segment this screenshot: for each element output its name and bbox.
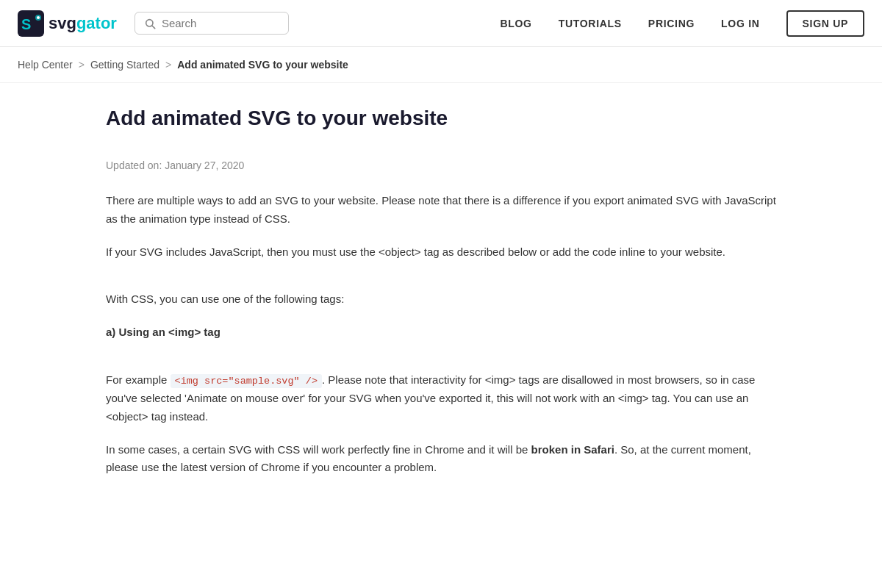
nav-login[interactable]: LOG IN xyxy=(721,18,759,29)
search-icon xyxy=(144,18,156,29)
article-title: Add animated SVG to your website xyxy=(106,107,776,130)
breadcrumb-sep-1: > xyxy=(79,59,85,71)
para-3: With CSS, you can use one of the followi… xyxy=(106,290,776,309)
article-body: There are multiple ways to add an SVG to… xyxy=(106,192,776,477)
para-5: In some cases, a certain SVG with CSS wi… xyxy=(106,441,776,478)
logo-text-gator: gator xyxy=(76,14,117,32)
search-input[interactable] xyxy=(162,17,279,29)
nav-blog[interactable]: BLOG xyxy=(500,18,531,29)
breadcrumb-sep-2: > xyxy=(165,59,171,71)
svg-text:S: S xyxy=(21,16,31,32)
nav-links: BLOG TUTORIALS PRICING LOG IN SIGN UP xyxy=(500,10,864,37)
logo-text: svggator xyxy=(49,14,117,33)
breadcrumb: Help Center > Getting Started > Add anim… xyxy=(0,47,882,83)
logo-link[interactable]: S svggator xyxy=(18,10,117,37)
article-container: Add animated SVG to your website Updated… xyxy=(88,83,794,536)
svg-point-3 xyxy=(37,16,40,19)
para-4: For example <img src="sample.svg" />. Pl… xyxy=(106,371,776,426)
logo-icon: S xyxy=(18,10,44,37)
breadcrumb-help-center[interactable]: Help Center xyxy=(18,59,73,71)
svg-line-5 xyxy=(152,26,155,29)
search-box[interactable] xyxy=(135,12,289,35)
article-updated: Updated on: January 27, 2020 xyxy=(106,159,776,171)
para-2: If your SVG includes JavaScript, then yo… xyxy=(106,243,776,262)
nav-signup-button[interactable]: SIGN UP xyxy=(786,10,864,37)
breadcrumb-current: Add animated SVG to your website xyxy=(177,59,348,71)
breadcrumb-getting-started[interactable]: Getting Started xyxy=(90,59,159,71)
nav-pricing[interactable]: PRICING xyxy=(648,18,695,29)
navbar: S svggator BLOG TUTORIALS PRICING LOG IN… xyxy=(0,0,882,47)
para-1: There are multiple ways to add an SVG to… xyxy=(106,192,776,229)
code-snippet: <img src="sample.svg" /> xyxy=(171,374,322,388)
logo-text-svg: svg xyxy=(49,14,76,32)
nav-tutorials[interactable]: TUTORIALS xyxy=(559,18,622,29)
section-a-label: a) Using an <img> tag xyxy=(106,323,776,342)
